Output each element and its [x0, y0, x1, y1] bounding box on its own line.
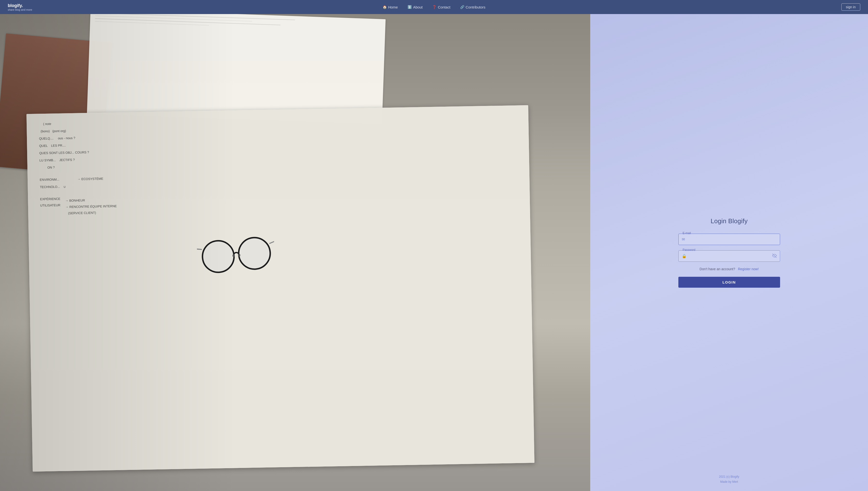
login-title: Login Blogify: [678, 218, 780, 225]
brand-subtitle: share blog and more: [8, 8, 32, 11]
nav-home-label: Home: [388, 5, 398, 9]
register-text: Don't have an account? Register now!: [678, 267, 780, 271]
footer: 2021 (c) Blogify Made by Mert: [719, 474, 739, 484]
home-icon: 🏠: [383, 5, 387, 9]
no-account-text: Don't have an account?: [700, 267, 735, 271]
nav-contact[interactable]: ❓ Contact: [432, 5, 451, 9]
login-section: Login Blogify E-mail ✉ Password 🔒: [590, 14, 868, 491]
login-button[interactable]: LOGIN: [678, 277, 780, 288]
paper-top: [87, 14, 385, 124]
nav-contributors[interactable]: 🔗 Contributors: [460, 5, 486, 9]
password-input-wrapper: 🔒: [678, 250, 780, 262]
navbar: blogify. share blog and more 🏠 Home ℹ️ A…: [0, 0, 868, 14]
brand-title: blogify.: [8, 3, 32, 8]
password-form-group: Password 🔒: [678, 250, 780, 262]
email-label: E-mail: [682, 231, 692, 235]
main-content: ( note (bono) (pont org) QUELQ.... ous -…: [0, 14, 868, 491]
password-input[interactable]: [678, 250, 780, 262]
info-icon: ℹ️: [408, 5, 412, 9]
nav-contributors-label: Contributors: [466, 5, 486, 9]
brand[interactable]: blogify. share blog and more: [8, 3, 32, 11]
nav-home[interactable]: 🏠 Home: [383, 5, 398, 9]
email-form-group: E-mail ✉: [678, 234, 780, 245]
photo-section: ( note (bono) (pont org) QUELQ.... ous -…: [0, 14, 590, 491]
email-input[interactable]: [678, 234, 780, 245]
nav-links: 🏠 Home ℹ️ About ❓ Contact 🔗 Contributors: [383, 5, 486, 9]
nav-about[interactable]: ℹ️ About: [408, 5, 423, 9]
login-card: Login Blogify E-mail ✉ Password 🔒: [678, 218, 780, 288]
nav-contact-label: Contact: [438, 5, 451, 9]
email-input-wrapper: ✉: [678, 234, 780, 245]
question-icon: ❓: [432, 5, 436, 9]
eye-off-icon[interactable]: [772, 254, 777, 259]
glasses-decoration: [196, 230, 276, 275]
sign-in-button[interactable]: sign in: [841, 3, 860, 11]
register-link[interactable]: Register now!: [738, 267, 759, 271]
link-icon: 🔗: [460, 5, 464, 9]
password-label: Password: [682, 248, 696, 252]
footer-line1: 2021 (c) Blogify: [719, 474, 739, 479]
photo-background: ( note (bono) (pont org) QUELQ.... ous -…: [0, 14, 590, 491]
notebook-text: ( note (bono) (pont org) QUELQ.... ous -…: [39, 112, 523, 217]
nav-about-label: About: [413, 5, 423, 9]
footer-line2: Made by Mert: [719, 480, 739, 484]
notebook: ( note (bono) (pont org) QUELQ.... ous -…: [26, 105, 534, 472]
